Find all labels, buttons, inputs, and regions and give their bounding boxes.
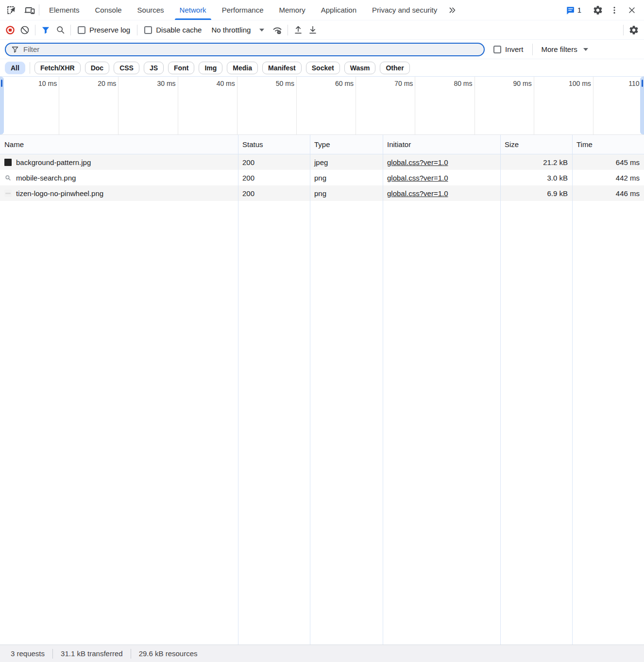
devtools-tabbar: Elements Console Sources Network Perform… [0, 0, 644, 20]
network-conditions-icon[interactable] [270, 23, 285, 37]
filter-funnel-icon[interactable] [38, 23, 53, 37]
network-settings-gear-icon[interactable] [627, 23, 641, 37]
request-status: 200 [238, 189, 310, 198]
chips-separator [30, 62, 30, 74]
column-header-size[interactable]: Size [500, 140, 572, 149]
filter-separator [532, 44, 533, 55]
resources-summary: 29.6 kB resources [131, 649, 205, 658]
tab-sources[interactable]: Sources [130, 0, 172, 20]
settings-gear-icon[interactable] [590, 5, 606, 16]
table-row[interactable]: background-pattern.jpg 200 jpeg global.c… [0, 154, 644, 170]
faint-logo-thumbnail-icon [4, 190, 12, 197]
table-row[interactable]: tizen-logo-no-pinwheel.png 200 png globa… [0, 185, 644, 201]
disable-cache-label: Disable cache [156, 26, 202, 34]
request-time: 446 ms [572, 189, 644, 198]
toolbar-separator [70, 25, 71, 35]
inspect-cursor-icon[interactable] [4, 0, 18, 20]
initiator-link[interactable]: global.css?ver=1.0 [387, 189, 448, 198]
overview-left-handle[interactable] [0, 77, 4, 134]
device-toolbar-icon[interactable] [22, 0, 37, 20]
column-header-status[interactable]: Status [238, 140, 310, 149]
clear-icon[interactable] [17, 23, 32, 37]
toolbar-separator [288, 25, 288, 35]
filter-input-container[interactable] [5, 43, 485, 56]
tab-privacy-security[interactable]: Privacy and security [364, 0, 445, 20]
timeline-tick: 40 ms [178, 77, 237, 134]
filter-funnel-outline-icon [11, 45, 19, 54]
close-icon[interactable] [623, 5, 641, 15]
more-tabs-chevron-icon[interactable] [445, 0, 459, 20]
tab-performance[interactable]: Performance [214, 0, 271, 20]
chip-media[interactable]: Media [227, 62, 258, 74]
preserve-log-checkbox[interactable] [78, 26, 85, 34]
column-header-initiator[interactable]: Initiator [383, 140, 500, 149]
chip-img[interactable]: Img [199, 62, 222, 74]
request-name: tizen-logo-no-pinwheel.png [16, 189, 103, 198]
initiator-link[interactable]: global.css?ver=1.0 [387, 158, 448, 166]
request-time: 645 ms [572, 158, 644, 166]
toolbar-separator [35, 25, 35, 35]
chip-doc[interactable]: Doc [85, 62, 109, 74]
chip-css[interactable]: CSS [114, 62, 139, 74]
request-size: 21.2 kB [500, 158, 572, 166]
issues-button[interactable]: 1 [561, 5, 585, 15]
invert-checkbox[interactable] [493, 46, 501, 53]
column-header-name[interactable]: Name [0, 140, 238, 149]
request-type: png [310, 174, 383, 182]
filter-input[interactable] [23, 45, 479, 53]
table-row[interactable]: mobile-search.png 200 png global.css?ver… [0, 170, 644, 185]
export-har-icon[interactable] [305, 23, 320, 37]
timeline-overview[interactable]: 10 ms 20 ms 30 ms 40 ms 50 ms 60 ms 70 m… [0, 77, 644, 135]
tab-network[interactable]: Network [172, 0, 214, 20]
table-header-row: Name Status Type Initiator Size Time [0, 135, 644, 154]
chip-fetch-xhr[interactable]: Fetch/XHR [34, 62, 81, 74]
toolbar-separator [137, 25, 137, 35]
column-header-time[interactable]: Time [572, 140, 644, 149]
more-filters-dropdown[interactable]: More filters [542, 45, 588, 53]
search-icon[interactable] [53, 23, 68, 37]
panel-tabs: Elements Console Sources Network Perform… [41, 0, 459, 20]
timeline-tick: 90 ms [475, 77, 534, 134]
invert-label: Invert [505, 45, 524, 53]
request-name: background-pattern.jpg [16, 158, 91, 166]
more-filters-label: More filters [542, 45, 577, 53]
record-icon[interactable] [3, 23, 17, 37]
timeline-tick: 60 ms [297, 77, 356, 134]
chip-other[interactable]: Other [380, 62, 409, 74]
chip-font[interactable]: Font [168, 62, 194, 74]
timeline-tick: 80 ms [415, 77, 475, 134]
magnifier-image-thumbnail-icon [4, 174, 12, 182]
preserve-log-toggle[interactable]: Preserve log [74, 26, 134, 34]
disable-cache-toggle[interactable]: Disable cache [140, 26, 205, 34]
resource-type-filter-row: All Fetch/XHR Doc CSS JS Font Img Media … [0, 59, 644, 77]
chip-js[interactable]: JS [144, 62, 164, 74]
table-empty-area [0, 201, 644, 645]
tab-application[interactable]: Application [313, 0, 364, 20]
import-har-icon[interactable] [291, 23, 305, 37]
request-type: jpeg [310, 158, 383, 166]
timeline-tick: 30 ms [119, 77, 178, 134]
timeline-tick: 10 ms [0, 77, 59, 134]
chip-socket[interactable]: Socket [306, 62, 340, 74]
tab-console[interactable]: Console [87, 0, 130, 20]
disable-cache-checkbox[interactable] [144, 26, 152, 34]
status-bar: 3 requests 31.1 kB transferred 29.6 kB r… [0, 645, 644, 662]
request-time: 442 ms [572, 174, 644, 182]
chip-all[interactable]: All [5, 62, 25, 74]
column-header-type[interactable]: Type [310, 140, 383, 149]
throttling-dropdown[interactable]: No throttling [205, 26, 270, 34]
tab-elements[interactable]: Elements [41, 0, 87, 20]
tabbar-separator [39, 4, 39, 16]
kebab-menu-icon[interactable] [606, 5, 623, 15]
overview-right-handle[interactable] [640, 77, 644, 134]
chip-manifest[interactable]: Manifest [262, 62, 302, 74]
tabbar-right-controls: 1 [561, 0, 644, 20]
invert-filter-toggle[interactable]: Invert [493, 45, 524, 53]
requests-table: Name Status Type Initiator Size Time bac… [0, 135, 644, 645]
initiator-link[interactable]: global.css?ver=1.0 [387, 174, 448, 182]
throttling-value: No throttling [211, 26, 251, 34]
tab-memory[interactable]: Memory [271, 0, 313, 20]
timeline-tick: 110 ms [593, 77, 644, 134]
chip-wasm[interactable]: Wasm [344, 62, 376, 74]
chevron-down-icon [583, 48, 588, 51]
